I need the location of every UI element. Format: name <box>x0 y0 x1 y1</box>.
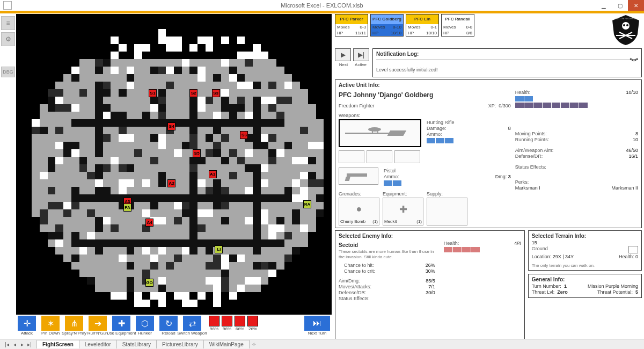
hit-chance-list: 96%96%66%26% <box>208 316 259 331</box>
svg-point-2 <box>626 24 628 26</box>
grenade-icon: ● <box>340 199 378 219</box>
enemy-unit[interactable]: S1 <box>149 89 157 97</box>
tactical-map[interactable]: S1S2S3S4S5S6A1A2A3A4PARALIGO <box>16 14 332 315</box>
general-info-panel: General Info: Turn Number: 1Mission Purp… <box>528 274 642 298</box>
spray-button[interactable]: ⋔Spray'N'Pray <box>63 316 85 336</box>
action-bar: ✛Attack ✶Pin Down ⋔Spray'N'Pray ➔Run'N'G… <box>16 315 332 339</box>
titlebar: Microsoft Excel - EXLCOM.xlsb <box>0 0 644 11</box>
sheet-tab[interactable]: PicturesLibrary <box>156 340 204 348</box>
svg-rect-8 <box>377 130 378 133</box>
menu-icon[interactable]: ≡ <box>1 16 15 30</box>
tab-nav-first[interactable]: |◂ <box>3 341 11 347</box>
play-next-label: Next <box>336 62 351 67</box>
hit-chance[interactable]: 96% <box>208 316 220 331</box>
window-title: Microsoft Excel - EXLCOM.xlsb <box>0 2 644 9</box>
pindown-button[interactable]: ✶Pin Down <box>40 316 61 336</box>
squad-card[interactable]: PFC Parker Moves0-3 HP11/11 <box>335 14 368 37</box>
sheet-tab[interactable]: WikiMainPage <box>203 340 250 348</box>
fast-forward-icon: ⏭ <box>304 316 330 331</box>
sheet-tab[interactable]: Leveleditor <box>79 340 117 348</box>
sheet-tab[interactable]: StatsLibrary <box>116 340 157 348</box>
sheet-tabs: |◂ ◂ ▸ ▸| FightScreenLeveleditorStatsLib… <box>0 339 644 349</box>
attack-button[interactable]: ✛Attack <box>16 316 38 336</box>
arrow-right-icon: ➔ <box>89 316 107 331</box>
svg-point-6 <box>368 127 381 132</box>
debug-button[interactable]: DBG <box>1 67 15 77</box>
crosshair-icon: ✛ <box>18 316 36 331</box>
svg-rect-5 <box>387 130 406 136</box>
next-turn-button[interactable]: ⏭Next Turn <box>303 316 332 336</box>
svg-rect-9 <box>347 173 367 177</box>
squad-card[interactable]: PFC Lin Moves0-1 HP10/10 <box>406 14 439 37</box>
svg-text:BELLUM RECIPERE: BELLUM RECIPERE <box>616 17 636 20</box>
svg-point-1 <box>623 24 625 26</box>
burst-icon: ✶ <box>41 316 60 331</box>
equipment-button[interactable]: ✚Use Equipment <box>111 316 132 336</box>
new-sheet-button[interactable]: ✧ <box>249 341 259 347</box>
hunker-button[interactable]: ⬡Hunker <box>134 316 156 336</box>
terrain-swatch <box>628 246 638 253</box>
equipment-slot[interactable]: ✚Medkit(1) <box>383 198 423 226</box>
svg-rect-7 <box>372 130 373 133</box>
ally-unit[interactable]: LI <box>215 245 223 253</box>
tab-nav-last[interactable]: ▸| <box>26 341 33 347</box>
grenade-slot[interactable]: ●Cherry Bomb(1) <box>339 198 379 226</box>
gear-icon[interactable]: ⚙ <box>1 32 15 46</box>
squad-cards: PFC Parker Moves0-3 HP11/11PFC Goldberg … <box>335 14 474 37</box>
rungun-button[interactable]: ➔Run'N'Gun <box>87 316 108 336</box>
play-active-label: Active <box>353 62 368 67</box>
window-close[interactable] <box>628 0 644 11</box>
enemy-unit[interactable]: S5 <box>193 149 201 157</box>
chevron-down-icon[interactable]: ︾ <box>630 59 639 64</box>
hit-chance[interactable]: 96% <box>221 316 233 331</box>
svg-point-0 <box>622 22 630 30</box>
enemy-unit[interactable]: A2 <box>167 179 175 187</box>
plus-icon: ✚ <box>112 316 130 331</box>
active-unit-name: PFC Johnny 'Django' Goldberg <box>339 91 511 99</box>
shield-icon: ⬡ <box>136 316 154 331</box>
active-unit-panel: Active Unit Info: PFC Johnny 'Django' Go… <box>335 79 642 228</box>
secondary-weapon-image[interactable] <box>339 168 378 185</box>
spread-icon: ⋔ <box>65 316 83 331</box>
primary-weapon-image[interactable] <box>339 119 421 147</box>
enemy-unit[interactable]: S4 <box>167 122 175 130</box>
play-next-button[interactable]: ▶ <box>335 48 351 61</box>
enemy-unit[interactable]: A4 <box>145 219 153 227</box>
enemy-unit[interactable]: S3 <box>212 89 220 97</box>
medkit-icon: ✚ <box>384 199 422 219</box>
hit-chance[interactable]: 66% <box>234 316 246 331</box>
ally-unit[interactable]: PA <box>123 203 131 212</box>
enemy-unit[interactable]: S6 <box>240 131 248 139</box>
sheet-tab[interactable]: FightScreen <box>36 340 79 348</box>
swap-icon: ⇄ <box>183 316 201 331</box>
tab-nav-prev[interactable]: ◂ <box>11 341 18 347</box>
tab-nav-next[interactable]: ▸ <box>18 341 26 347</box>
hit-chance[interactable]: 26% <box>247 316 259 331</box>
mod-slot[interactable] <box>367 150 392 163</box>
enemy-unit[interactable]: A1 <box>209 170 217 178</box>
play-active-button[interactable]: ▶| <box>353 48 369 61</box>
reload-icon: ↻ <box>159 316 178 331</box>
terrain-info-panel: Selected Terrain Info: 15 Ground Locatio… <box>528 230 642 271</box>
switch-weapon-button[interactable]: ⇄Switch Weapon <box>181 316 203 336</box>
ally-unit[interactable]: GO <box>145 279 153 287</box>
enemy-unit[interactable]: S2 <box>189 89 197 97</box>
supply-slot[interactable] <box>427 198 467 226</box>
mod-slot[interactable] <box>394 150 420 163</box>
ribbon-accent <box>0 11 644 13</box>
squad-card[interactable]: PFC Goldberg Moves8-10 HP10/10 <box>370 14 404 37</box>
enemy-info-panel: Selected Enemy Info: Sectoid These secto… <box>335 230 525 339</box>
window-minimize[interactable] <box>596 0 612 11</box>
window-maximize[interactable] <box>612 0 628 11</box>
faction-logo: BELLUM RECIPERE <box>610 14 642 46</box>
mod-slot[interactable] <box>339 150 364 163</box>
notification-log: Notification Log: Level successfully ini… <box>372 48 642 77</box>
ally-unit[interactable]: RA <box>303 200 311 208</box>
reload-button[interactable]: ↻Reload <box>158 316 179 336</box>
svg-rect-10 <box>345 177 350 181</box>
squad-card[interactable]: PFC Randall Moves0-0 HP8/8 <box>441 14 474 37</box>
